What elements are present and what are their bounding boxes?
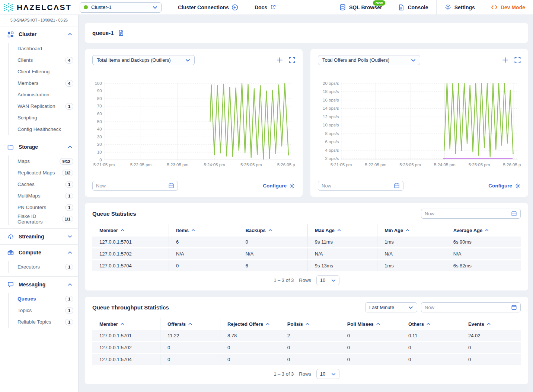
sidebar-item-administration[interactable]: Administration [9, 89, 78, 100]
sort-asc-icon [188, 323, 192, 325]
column-header-events[interactable]: Events [461, 318, 521, 330]
time-travel-input[interactable]: Now [421, 209, 521, 219]
sidebar: 5.0-SNAPSHOT - 10/09/21 - 05:26 ClusterD… [0, 15, 79, 392]
time-travel-value: Now [425, 305, 434, 310]
configure-link[interactable]: Configure [488, 183, 521, 189]
configure-link[interactable]: Configure [263, 183, 295, 189]
sort-asc-icon [121, 323, 124, 325]
sidebar-item-flake-id-generators[interactable]: Flake ID Generators1/1 [9, 213, 78, 225]
column-header-items[interactable]: Items [169, 224, 238, 237]
svg-text:2 ops/s: 2 ops/s [325, 156, 339, 161]
table-body: 127.0.0.1:5701609s 11ms1ms6s 90ms127.0.0… [92, 237, 521, 271]
svg-text:60: 60 [97, 111, 102, 116]
column-header-member[interactable]: Member [92, 224, 169, 237]
column-header-offers-s[interactable]: Offers/s [160, 318, 220, 330]
page-size-select[interactable]: 10 [316, 369, 339, 379]
column-header-max-age[interactable]: Max Age [307, 224, 377, 237]
sort-asc-icon [427, 323, 430, 325]
sidebar-section-block: ClusterDashboardClients4Client Filtering… [0, 26, 78, 139]
table-row[interactable]: 127.0.0.1:570111.228.78200.1124.02 [92, 330, 521, 341]
sidebar-item-caches[interactable]: Caches1 [9, 179, 78, 190]
column-header-poll-misses[interactable]: Poll Misses [340, 318, 401, 330]
svg-text:5:24:05 pm: 5:24:05 pm [204, 163, 225, 167]
sidebar-item-replicated-maps[interactable]: Replicated Maps1/2 [9, 167, 78, 179]
time-travel-input[interactable]: Now [421, 302, 521, 312]
count-badge: 1 [65, 204, 73, 211]
sidebar-item-multimaps[interactable]: MultiMaps1 [9, 190, 78, 202]
column-header-average-age[interactable]: Average Age [446, 224, 521, 237]
cell: N/A [377, 248, 446, 259]
table-row[interactable]: 127.0.0.1:5702000000 [92, 342, 521, 353]
sidebar-item-executors[interactable]: Executors1 [9, 261, 78, 273]
metric-select[interactable]: Total Offers and Polls (Outliers) [318, 55, 420, 65]
table-row[interactable]: 127.0.0.1:5701609s 11ms1ms6s 90ms [92, 237, 521, 247]
sidebar-item-clients[interactable]: Clients4 [9, 54, 78, 66]
cluster-connections-button[interactable]: Cluster Connections [170, 4, 246, 11]
sidebar-item-label: Replicated Maps [17, 170, 55, 176]
table-body: 127.0.0.1:570111.228.78200.1124.02127.0.… [92, 330, 521, 365]
queue-document-icon[interactable] [118, 29, 124, 36]
period-select[interactable]: Last Minute [365, 302, 417, 312]
grid-icon [7, 31, 14, 38]
table-row[interactable]: 127.0.0.1:5704000000 [92, 354, 521, 365]
cell: 6s 82ms [446, 260, 521, 271]
column-header-polls-s[interactable]: Polls/s [280, 318, 340, 330]
table-row[interactable]: 127.0.0.1:5702N/AN/AN/AN/AN/A [92, 248, 521, 259]
column-header-min-age[interactable]: Min Age [377, 224, 446, 237]
add-chart-icon[interactable] [277, 57, 283, 63]
sort-asc-icon [266, 323, 269, 325]
cluster-select[interactable]: Cluster-1 [80, 2, 162, 13]
external-link-icon [270, 4, 276, 10]
chevron-down-icon [411, 59, 416, 62]
sidebar-item-label: Members [17, 80, 38, 86]
sidebar-item-config-healthcheck[interactable]: Config Healthcheck [9, 123, 78, 135]
table-header-row: MemberOffers/sRejected OffersPolls/sPoll… [92, 318, 521, 330]
sidebar-item-pn-counters[interactable]: PN Counters1 [9, 202, 78, 213]
count-badge: 1 [65, 319, 73, 325]
sidebar-section-cluster[interactable]: Cluster [0, 26, 78, 42]
add-chart-icon[interactable] [502, 57, 508, 63]
sidebar-section-streaming[interactable]: Streaming [0, 229, 78, 244]
cell: 0 [160, 354, 220, 365]
fullscreen-icon[interactable] [289, 57, 295, 63]
sidebar-section-storage[interactable]: Storage [0, 139, 78, 155]
sidebar-section-compute[interactable]: Compute [0, 245, 78, 260]
table-row[interactable]: 127.0.0.1:5704069s 13ms1ms6s 82ms [92, 260, 521, 271]
docs-link[interactable]: Docs [246, 4, 284, 10]
sidebar-item-client-filtering[interactable]: Client Filtering [9, 66, 78, 77]
sidebar-item-maps[interactable]: Maps9/12 [9, 155, 78, 167]
sidebar-item-label: WAN Replication [17, 103, 55, 109]
svg-text:5:24:05 pm: 5:24:05 pm [434, 163, 456, 167]
sidebar-item-queues[interactable]: Queues1 [9, 293, 78, 305]
column-header-others[interactable]: Others [401, 318, 461, 330]
column-header-rejected-offers[interactable]: Rejected Offers [220, 318, 280, 330]
column-header-member[interactable]: Member [92, 318, 160, 330]
gear-icon [515, 183, 521, 189]
metric-select[interactable]: Total Items and Backups (Outliers) [92, 55, 195, 65]
fullscreen-icon[interactable] [514, 57, 521, 63]
sidebar-item-scripting[interactable]: Scripting [9, 112, 78, 123]
dev-mode-button[interactable]: Dev Mode [483, 0, 533, 15]
cell: N/A [446, 248, 521, 259]
svg-text:40: 40 [97, 127, 102, 131]
page-size-select[interactable]: 10 [316, 275, 339, 285]
sidebar-item-topics[interactable]: Topics1 [9, 305, 78, 316]
sidebar-item-members[interactable]: Members4 [9, 77, 78, 89]
hazelcast-logo-icon [4, 3, 13, 12]
sidebar-item-reliable-topics[interactable]: Reliable Topics1 [9, 316, 78, 328]
column-header-backups[interactable]: Backups [238, 224, 307, 237]
sidebar-item-wan-replication[interactable]: WAN Replication1 [9, 100, 78, 112]
sidebar-section-messaging[interactable]: Messaging [0, 277, 78, 292]
page-title-card: queue-1 [85, 23, 528, 43]
sidebar-item-dashboard[interactable]: Dashboard [9, 43, 78, 54]
time-travel-input[interactable]: Now [318, 181, 403, 191]
cell: 0 [401, 342, 461, 353]
settings-button[interactable]: Settings [436, 0, 483, 15]
new-badge: New [373, 0, 386, 6]
time-travel-input[interactable]: Now [92, 181, 178, 191]
chevron-down-icon [68, 235, 72, 238]
sql-browser-button[interactable]: New SQL Browser [331, 0, 390, 15]
count-badge: 1/1 [62, 216, 73, 222]
metric-select-value: Total Offers and Polls (Outliers) [322, 57, 389, 63]
console-button[interactable]: Console [390, 0, 436, 15]
